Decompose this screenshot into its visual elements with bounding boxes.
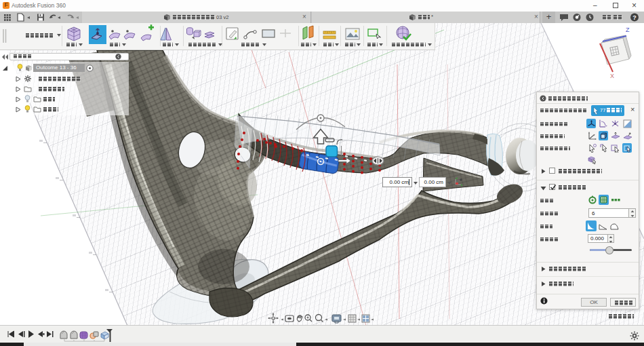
svg-text:?: ? xyxy=(632,14,637,21)
svg-text:Z: Z xyxy=(626,26,630,33)
svg-text:X: X xyxy=(610,73,614,79)
